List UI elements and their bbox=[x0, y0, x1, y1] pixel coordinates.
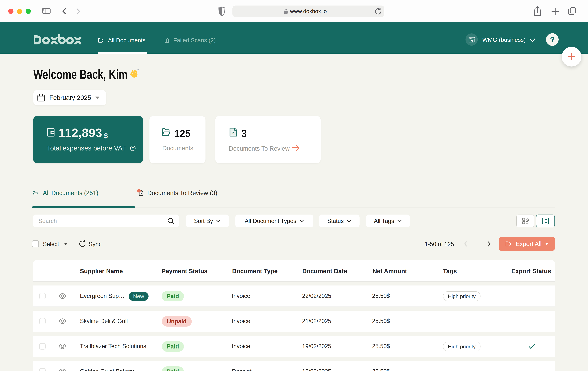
svg-text:?: ? bbox=[232, 131, 234, 135]
svg-text:?: ? bbox=[132, 146, 134, 150]
svg-text:?: ? bbox=[140, 192, 142, 195]
